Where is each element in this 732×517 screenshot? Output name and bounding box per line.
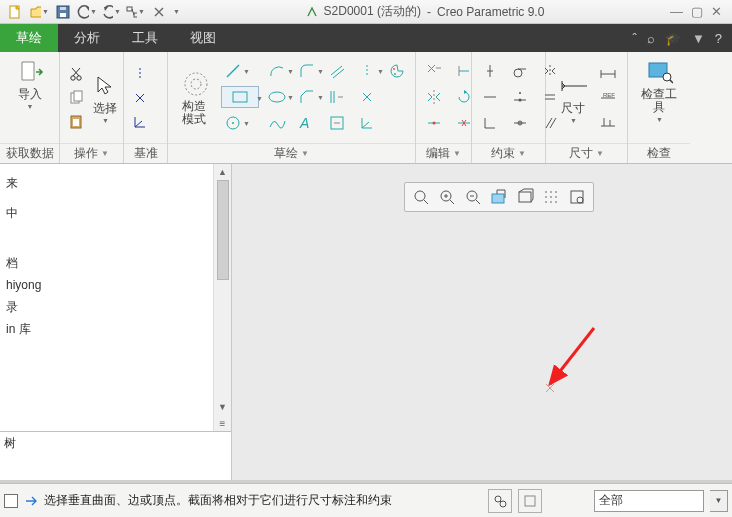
constrain-equal-icon[interactable] xyxy=(538,86,562,108)
status-checkbox[interactable] xyxy=(4,494,18,508)
help-icon[interactable]: ? xyxy=(715,31,722,46)
tab-analysis[interactable]: 分析 xyxy=(58,24,116,52)
divide-tool[interactable] xyxy=(422,112,446,134)
regenerate-button[interactable]: ▼ xyxy=(124,2,146,22)
arc-tool[interactable]: ▼ xyxy=(265,60,289,82)
extend-tool[interactable] xyxy=(452,60,476,82)
import-button[interactable]: 导入 ▼ xyxy=(13,56,47,112)
tree-item[interactable]: 来 xyxy=(4,172,227,194)
document-title: S2D0001 (活动的) xyxy=(324,3,421,20)
close-button[interactable]: ✕ xyxy=(711,4,722,19)
svg-point-13 xyxy=(191,79,201,89)
ellipse-tool[interactable]: ▼ xyxy=(265,86,289,108)
palette-tool[interactable] xyxy=(385,60,409,82)
tree-item[interactable]: hiyong xyxy=(4,274,227,296)
graphics-canvas[interactable] xyxy=(232,164,732,480)
cut-icon[interactable] xyxy=(66,64,86,84)
minimize-button[interactable]: — xyxy=(670,4,683,19)
tree-item[interactable]: 档 xyxy=(4,252,227,274)
construction-mode-button[interactable]: 构造模式 xyxy=(174,68,213,128)
constrain-vertical-icon[interactable] xyxy=(478,60,502,82)
rotate-tool[interactable] xyxy=(452,86,476,108)
maximize-button[interactable]: ▢ xyxy=(691,4,703,19)
datum-point-icon[interactable] xyxy=(130,88,150,108)
zoom-out-icon[interactable] xyxy=(461,185,485,209)
centerline-tool[interactable]: ▼ xyxy=(355,60,379,82)
spline-tool[interactable] xyxy=(265,112,289,134)
mirror-tool[interactable] xyxy=(422,86,446,108)
redo-button[interactable]: ▼ xyxy=(100,2,122,22)
constrain-tangent-icon[interactable] xyxy=(508,60,532,82)
svg-rect-9 xyxy=(74,91,82,101)
search-icon[interactable]: ⌕ xyxy=(647,31,655,46)
ref-dim-icon[interactable]: REF xyxy=(598,88,618,108)
ribbon-collapse-icon[interactable]: ˆ xyxy=(633,31,637,46)
tab-tools[interactable]: 工具 xyxy=(116,24,174,52)
inspect-button[interactable]: 检查工具 ▼ xyxy=(635,56,683,125)
selection-filter-icon[interactable] xyxy=(518,489,542,513)
constrain-horizontal-icon[interactable] xyxy=(478,86,502,108)
constrain-perpendicular-icon[interactable] xyxy=(478,112,502,134)
zoom-fit-icon[interactable] xyxy=(409,185,433,209)
tree-item[interactable]: 录 xyxy=(4,296,227,318)
paste-icon[interactable] xyxy=(66,112,86,132)
copy-icon[interactable] xyxy=(66,88,86,108)
learning-icon[interactable]: 🎓 xyxy=(665,31,681,46)
open-file-button[interactable]: ▼ xyxy=(28,2,50,22)
scroll-split-icon[interactable]: ≡ xyxy=(215,415,231,431)
find-icon[interactable] xyxy=(488,489,512,513)
coord-sys-tool[interactable] xyxy=(355,112,379,134)
tree-scrollbar[interactable]: ▲ ▼ ≡ xyxy=(213,164,231,431)
constrain-midpoint-icon[interactable] xyxy=(508,86,532,108)
qat-customize-icon[interactable]: ▼ xyxy=(173,8,180,15)
trim-tool[interactable] xyxy=(422,60,446,82)
datum-centerline-icon[interactable] xyxy=(130,64,150,84)
save-button[interactable] xyxy=(52,2,74,22)
selection-filter-combo[interactable]: 全部 xyxy=(594,490,704,512)
scroll-thumb[interactable] xyxy=(217,180,229,280)
ordinate-dim-icon[interactable] xyxy=(598,112,618,132)
project-tool[interactable] xyxy=(325,112,349,134)
baseline-dim-icon[interactable] xyxy=(598,64,618,84)
tree-item[interactable]: 中 xyxy=(4,202,227,224)
constrain-parallel-icon[interactable] xyxy=(538,112,562,134)
group-sketch: 草绘 xyxy=(274,145,298,162)
group-edit: 编辑 xyxy=(426,145,450,162)
constrain-coincident-icon[interactable] xyxy=(508,112,532,134)
zoom-in-icon[interactable] xyxy=(435,185,459,209)
chamfer-tool[interactable]: ▼ xyxy=(295,86,319,108)
point-tool[interactable] xyxy=(355,86,379,108)
combo-dropdown-icon[interactable]: ▼ xyxy=(710,490,728,512)
fillet-tool[interactable]: ▼ xyxy=(295,60,319,82)
text-tool[interactable]: A xyxy=(295,112,319,134)
close-window-button[interactable] xyxy=(148,2,170,22)
datum-csys-icon[interactable] xyxy=(130,112,150,132)
undo-button[interactable]: ▼ xyxy=(76,2,98,22)
svg-rect-14 xyxy=(233,92,247,102)
svg-text:REF: REF xyxy=(603,92,615,98)
saved-view-icon[interactable] xyxy=(565,185,589,209)
constrain-symmetric-icon[interactable] xyxy=(538,60,562,82)
group-dimension: 尺寸 xyxy=(569,145,593,162)
grid-snap-icon[interactable] xyxy=(539,185,563,209)
select-button[interactable]: 选择 ▼ xyxy=(90,70,120,126)
offset-tool[interactable] xyxy=(325,60,349,82)
tab-sketch[interactable]: 草绘 xyxy=(0,24,58,52)
repaint-icon[interactable] xyxy=(487,185,511,209)
scroll-down-icon[interactable]: ▼ xyxy=(215,399,231,415)
svg-point-22 xyxy=(433,121,436,124)
svg-point-43 xyxy=(555,201,557,203)
tree-item[interactable]: in 库 xyxy=(4,318,227,340)
svg-point-24 xyxy=(519,98,522,101)
tab-view[interactable]: 视图 xyxy=(174,24,232,52)
rectangle-tool[interactable]: ▼ xyxy=(221,86,259,108)
circle-tool[interactable]: ▼ xyxy=(221,112,245,134)
scroll-up-icon[interactable]: ▲ xyxy=(215,164,231,180)
delete-segment-tool[interactable] xyxy=(452,112,476,134)
thicken-tool[interactable] xyxy=(325,86,349,108)
new-file-button[interactable] xyxy=(4,2,26,22)
display-style-icon[interactable] xyxy=(513,185,537,209)
svg-point-7 xyxy=(77,75,81,79)
svg-point-45 xyxy=(577,197,583,203)
line-tool[interactable]: ▼ xyxy=(221,60,245,82)
